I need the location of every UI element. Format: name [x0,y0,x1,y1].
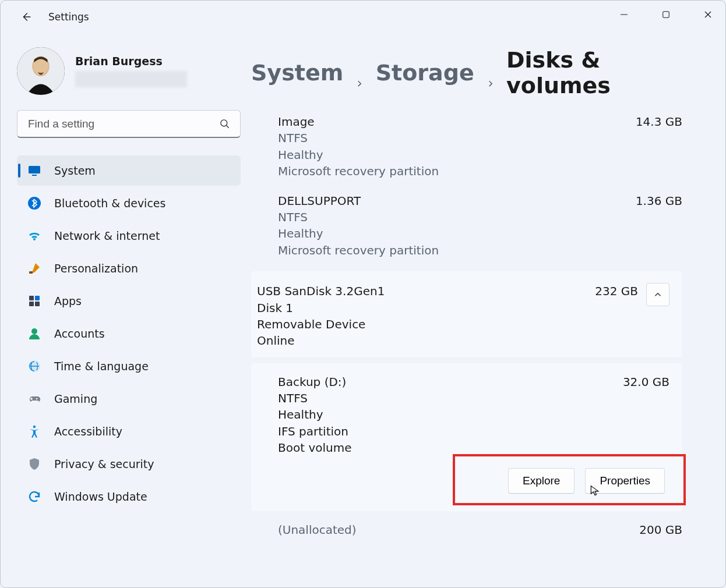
sidebar-item-label: Personalization [54,262,138,275]
sidebar-item-label: System [54,164,96,177]
svg-point-7 [221,119,227,126]
cursor-pointer-icon [589,483,601,498]
sidebar-item-label: Apps [54,295,82,307]
disk-header[interactable]: USB SanDisk 3.2Gen1 Disk 1 Removable Dev… [251,271,682,357]
sidebar-item-label: Network & internet [54,229,160,242]
sidebar-item-gaming[interactable]: Gaming [17,384,241,414]
chevron-right-icon [355,68,364,78]
svg-rect-12 [29,271,33,274]
sidebar-item-label: Gaming [54,392,97,405]
user-email-redacted [75,71,187,87]
person-icon [27,327,41,341]
sidebar-item-label: Windows Update [54,490,147,503]
volume-entry[interactable]: DELLSUPPORTNTFSHealthyMicrosoft recovery… [251,193,682,272]
wifi-icon [27,229,41,243]
search-icon [219,118,231,130]
display-icon [27,164,41,178]
sidebar-item-accessibility[interactable]: Accessibility [17,416,241,447]
svg-rect-9 [29,166,40,173]
shield-icon [27,457,41,471]
disk-label: Disk 1 [257,300,595,316]
sidebar-item-personalization[interactable]: Personalization [17,253,241,284]
sidebar-item-label: Accessibility [54,425,122,438]
sidebar-item-system[interactable]: System [17,155,241,186]
disk-meta-1: Online [257,332,595,349]
breadcrumb-current: Disks & volumes [506,47,682,98]
user-name: Brian Burgess [75,55,187,68]
svg-line-8 [227,125,229,127]
svg-rect-15 [29,302,34,306]
brush-icon [27,261,41,275]
disk-size: 232 GB [595,283,638,299]
search-box[interactable] [17,110,241,138]
svg-point-17 [31,328,37,334]
volume-size: 14.3 GB [636,114,682,130]
sidebar-item-label: Time & language [54,360,149,373]
svg-rect-10 [32,175,37,176]
volume-backup[interactable]: Backup (D:) NTFS Healthy IFS partition B… [251,363,682,511]
breadcrumb: System Storage Disks & volumes [251,47,682,98]
svg-rect-16 [35,302,40,306]
sidebar-item-windows-update[interactable]: Windows Update [17,481,241,512]
breadcrumb-system[interactable]: System [251,60,343,86]
chevron-right-icon [486,68,495,78]
sidebar-item-accounts[interactable]: Accounts [17,318,241,349]
volume-size: 32.0 GB [623,374,669,390]
svg-rect-13 [29,296,34,300]
disk-meta-0: Removable Device [257,316,595,332]
clock-globe-icon [27,359,41,373]
unallocated-size: 200 GB [639,522,682,538]
accessibility-icon [27,424,41,438]
volume-title: Image [278,114,439,130]
bluetooth-icon [27,196,41,210]
maximize-button[interactable] [654,5,678,24]
unallocated-label: (Unallocated) [278,522,357,538]
update-icon [27,490,41,504]
sidebar-item-label: Privacy & security [54,458,154,470]
svg-rect-1 [663,12,669,18]
volume-title: Backup (D:) [278,374,351,390]
breadcrumb-storage[interactable]: Storage [376,60,474,86]
explore-button[interactable]: Explore [508,468,575,494]
sidebar-item-bluetooth-devices[interactable]: Bluetooth & devices [17,188,241,218]
minimize-button[interactable] [612,5,636,24]
search-input[interactable] [27,117,219,131]
volume-title: DELLSUPPORT [278,193,439,209]
gamepad-icon [27,392,41,406]
apps-icon [27,294,41,308]
sidebar-item-time-language[interactable]: Time & language [17,351,241,381]
svg-point-11 [28,197,41,210]
sidebar-item-apps[interactable]: Apps [17,286,241,316]
app-title: Settings [48,11,89,23]
close-button[interactable] [696,5,720,24]
back-button[interactable] [17,8,36,26]
volume-size: 1.36 GB [636,193,682,209]
volume-entry[interactable]: ImageNTFSHealthyMicrosoft recovery parti… [251,114,682,193]
svg-rect-14 [35,296,40,300]
sidebar-item-label: Bluetooth & devices [54,197,165,210]
collapse-button[interactable] [646,283,669,306]
disk-name: USB SanDisk 3.2Gen1 [257,283,595,299]
sidebar-item-privacy-security[interactable]: Privacy & security [17,449,241,479]
svg-point-20 [33,426,36,428]
sidebar-item-label: Accounts [54,327,105,340]
sidebar-item-network-internet[interactable]: Network & internet [17,221,241,251]
svg-point-19 [36,398,38,400]
user-avatar[interactable] [17,47,65,95]
